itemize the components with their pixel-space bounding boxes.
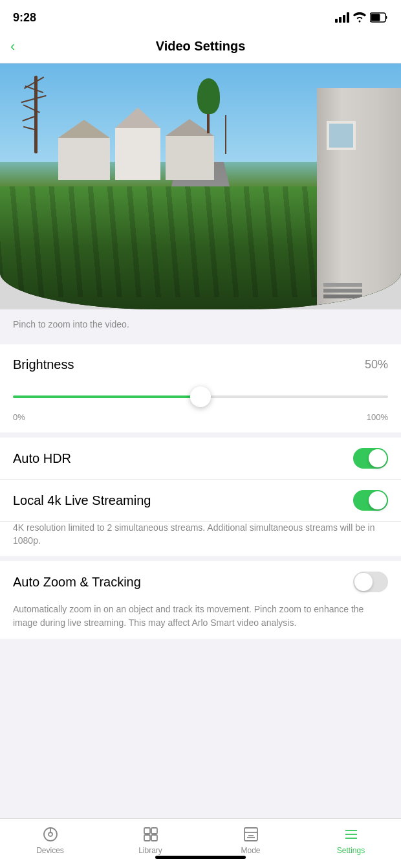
svg-rect-7: [144, 835, 150, 841]
auto-zoom-row: Auto Zoom & Tracking: [0, 561, 401, 603]
auto-zoom-subtext: Automatically zoom in on an object and t…: [13, 604, 363, 628]
status-bar: 9:28: [0, 0, 401, 32]
tab-mode-label: Mode: [241, 846, 260, 855]
svg-rect-6: [151, 828, 157, 834]
tab-library-label: Library: [138, 846, 162, 855]
brightness-label: Brightness: [13, 357, 74, 372]
auto-hdr-knob: [369, 449, 387, 467]
houses: [58, 107, 232, 180]
slider-max-label: 100%: [367, 412, 388, 422]
bare-tree: [19, 76, 52, 153]
camera-preview-wrapper[interactable]: [0, 63, 401, 309]
status-time: 9:28: [13, 11, 36, 25]
auto-zoom-subtext-container: Automatically zoom in on an object and t…: [0, 603, 401, 639]
toggle-section: Auto HDR Local 4k Live Streaming 4K reso…: [0, 432, 401, 556]
auto-zoom-knob: [354, 573, 373, 591]
tab-devices-label: Devices: [36, 846, 64, 855]
devices-icon: [41, 825, 60, 843]
library-icon: [142, 825, 160, 843]
auto-hdr-toggle[interactable]: [353, 448, 388, 469]
brightness-slider[interactable]: [13, 385, 388, 408]
svg-rect-9: [244, 828, 257, 841]
nav-header: ‹ Video Settings: [0, 32, 401, 63]
home-indicator-wrapper: [0, 856, 401, 864]
svg-rect-5: [144, 828, 150, 834]
hint-text: Pinch to zoom into the video.: [13, 319, 129, 329]
local-4k-subtext-container: 4K resolution limited to 2 simultaneous …: [0, 522, 401, 556]
green-tree: [207, 107, 210, 133]
slider-min-label: 0%: [13, 412, 25, 422]
tree-small: [219, 115, 232, 154]
slider-labels: 0% 100%: [13, 412, 388, 422]
svg-rect-8: [151, 835, 157, 841]
status-icons: [335, 12, 388, 23]
right-siding: [317, 88, 401, 309]
hint-section: Pinch to zoom into the video.: [0, 309, 401, 339]
tab-library[interactable]: Library: [125, 825, 177, 855]
battery-icon: [370, 12, 388, 23]
wifi-icon: [353, 12, 366, 23]
local-4k-label: Local 4k Live Streaming: [13, 493, 151, 508]
back-button[interactable]: ‹: [10, 38, 15, 55]
brightness-value: 50%: [365, 358, 388, 372]
auto-hdr-row: Auto HDR: [0, 438, 401, 480]
svg-point-3: [49, 832, 52, 836]
brightness-header: Brightness 50%: [13, 357, 388, 372]
local-4k-toggle[interactable]: [353, 490, 388, 511]
auto-hdr-label: Auto HDR: [13, 451, 71, 466]
tab-mode[interactable]: Mode: [225, 825, 277, 855]
svg-rect-1: [371, 14, 380, 21]
brightness-section: Brightness 50% 0% 100%: [0, 339, 401, 432]
page-title: Video Settings: [156, 39, 246, 54]
home-indicator: [155, 856, 246, 859]
auto-zoom-toggle[interactable]: [353, 572, 388, 592]
mode-icon: [242, 825, 260, 843]
settings-icon: [342, 825, 360, 843]
slider-thumb[interactable]: [190, 386, 211, 407]
local-4k-subtext: 4K resolution limited to 2 simultaneous …: [13, 522, 375, 546]
auto-zoom-label: Auto Zoom & Tracking: [13, 575, 141, 590]
auto-zoom-section: Auto Zoom & Tracking Automatically zoom …: [0, 556, 401, 639]
tab-devices[interactable]: Devices: [25, 825, 76, 855]
signal-icon: [335, 12, 349, 23]
local-4k-row: Local 4k Live Streaming: [0, 480, 401, 522]
local-4k-knob: [369, 491, 387, 509]
tab-settings-label: Settings: [337, 846, 365, 855]
tab-settings[interactable]: Settings: [325, 825, 377, 855]
camera-preview: [0, 63, 401, 309]
slider-fill: [13, 395, 200, 398]
